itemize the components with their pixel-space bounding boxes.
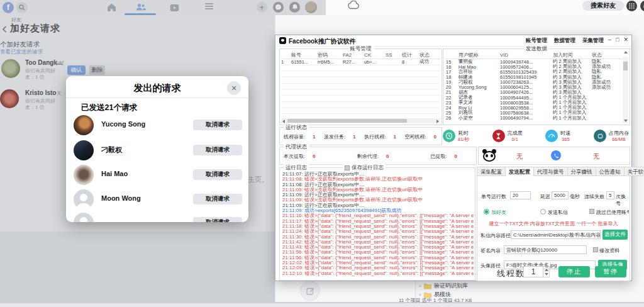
create-icon[interactable]: + [257, 2, 267, 13]
delete-button[interactable]: 删除 [89, 65, 105, 75]
cancel-request-button[interactable]: 取消请求 [193, 217, 242, 222]
fail-label: 连续失败 [584, 193, 604, 200]
status-label: 派发任务: [324, 133, 345, 140]
signature-label: 签名内容 [480, 247, 501, 254]
request-avatar[interactable] [74, 165, 94, 185]
account-table[interactable]: 161551...rr6M5...R27...ub=...8成功 [281, 59, 440, 114]
chevron-right-icon[interactable]: > [419, 293, 421, 297]
watch-icon[interactable] [170, 3, 179, 14]
fail-input[interactable]: 5 [606, 191, 614, 199]
skip-used-checkbox[interactable] [589, 209, 594, 214]
pause-button[interactable]: 暂停 [595, 266, 626, 277]
empty-row [281, 108, 440, 114]
search-icon[interactable] [16, 2, 28, 13]
scrollbar-thumb[interactable] [287, 119, 407, 123]
tab-关于软件[interactable]: 关于软件 [625, 167, 644, 176]
close-button[interactable]: ✕ [623, 36, 628, 43]
signature-input[interactable]: 营销软件企鹅Q120000 [504, 245, 587, 254]
scroll-left-icon[interactable] [282, 120, 285, 123]
maximize-button[interactable]: □ [616, 36, 619, 43]
scroll-up-icon[interactable] [624, 51, 628, 53]
modify-profile-checkbox[interactable] [593, 247, 598, 252]
folder-name[interactable]: 验证码识别库 [434, 282, 468, 290]
log-line: 21:11:08: 错误>没获取到exports参数,请稍等,正在切换url获取… [282, 177, 474, 182]
step-up-icon[interactable] [545, 269, 548, 271]
cancel-request-button[interactable]: 取消请求 [193, 120, 242, 130]
txt-hint: 建立一个TXT文件 内容放TXT文件里面 一行一个 批量导入 [477, 220, 630, 227]
run-count-input[interactable]: 20 [510, 191, 531, 199]
table-row[interactable]: 26小梁空10006490794...约 1 个月前加入 [446, 116, 622, 121]
scrollbar-thumb[interactable] [623, 62, 628, 70]
stop-button[interactable]: 停止 [558, 266, 590, 277]
skip-used-label: 跳过已使用账号 [596, 209, 629, 216]
sent-count: 已发送21个请求 [81, 103, 137, 113]
close-icon[interactable]: ✕ [227, 81, 241, 95]
search-friends-button[interactable]: 搜索好友 [582, 1, 624, 11]
request-avatar[interactable] [74, 213, 94, 222]
menu-data-management[interactable]: 数据管理 [554, 37, 575, 45]
thread-count-stepper[interactable] [543, 266, 550, 277]
phone-icon [551, 150, 561, 160]
save-log-checkbox[interactable] [345, 165, 350, 170]
request-avatar[interactable] [74, 140, 94, 160]
menu-icon[interactable] [205, 6, 213, 7]
send-group-title: 发送数据 [524, 45, 549, 53]
memory-icon [594, 130, 606, 142]
profile-avatar[interactable] [305, 1, 317, 13]
send-data-group: 发送数据 用户昵称VID加入时间状态 15董明俊10009439748...约 … [443, 48, 630, 125]
minimize-button[interactable]: – [608, 36, 611, 43]
metric-hourglass: 完成度0/1 [492, 130, 523, 142]
taskbar[interactable] [0, 303, 644, 307]
send-table[interactable]: 15董明俊10009439748...约 2 周前加入隐私16Hai Mao10… [446, 59, 622, 121]
thread-count-input[interactable]: 1 [523, 266, 543, 277]
column-header: 账号 [291, 52, 318, 59]
notifications-icon[interactable] [289, 2, 300, 13]
app-title: Facebook推广协议软件 [289, 37, 356, 46]
horizontal-scrollbar[interactable] [281, 118, 440, 123]
column-header: 统计 [402, 52, 419, 59]
log-lines[interactable]: 21:11:07: 运行>正在获取exports中....21:11:08: 错… [282, 172, 474, 276]
delay-input[interactable]: 5000 [552, 191, 569, 199]
tab-代理与拨号[interactable]: 代理与拨号 [534, 167, 568, 176]
request-avatar[interactable] [0, 89, 19, 108]
request-name[interactable]: Kristo Isto [25, 89, 56, 96]
cloud-icon[interactable] [347, 1, 360, 12]
metric-value: 0/1 [508, 137, 523, 142]
request-avatar[interactable] [74, 189, 94, 209]
messenger-icon[interactable] [273, 2, 284, 13]
send-message-radio[interactable] [540, 209, 546, 215]
menu-account-management[interactable]: 账号管理 [526, 37, 547, 45]
request-name[interactable]: 刁毅权 [101, 145, 122, 155]
explorer-folder-row[interactable]: > 验证码识别库 [419, 282, 468, 290]
tab-发送配置[interactable]: 发送配置 [506, 167, 534, 176]
message-path-input[interactable]: C:\Users\admin\Desktop\脸书\私信内容.txt [511, 230, 601, 239]
vertical-scrollbar[interactable] [623, 57, 628, 123]
chevron-right-icon[interactable]: > [419, 284, 421, 288]
tab-分享赚钱[interactable]: 分享赚钱 [568, 167, 596, 176]
table-row[interactable]: 161551...rr6M5...R27...ub=...8成功 [281, 59, 440, 65]
compose-icon[interactable] [300, 281, 320, 301]
request-name[interactable]: Hai Mao [101, 170, 128, 177]
confirm-button[interactable]: 确认 [67, 65, 86, 75]
tab-公告通知[interactable]: 公告通知 [596, 167, 625, 176]
view-sent-requests-link[interactable]: 查看已发送的请求 [0, 48, 43, 56]
choose-file-button[interactable]: 选择文件 [602, 230, 628, 240]
request-avatar[interactable] [1, 59, 20, 78]
back-arrow-icon[interactable] [1, 24, 8, 35]
apps-grid-icon[interactable] [626, 1, 637, 11]
request-name[interactable]: Yucong Song [101, 120, 145, 128]
request-avatar[interactable] [74, 115, 94, 135]
cancel-request-button[interactable]: 取消请求 [193, 194, 242, 204]
add-friend-radio[interactable] [484, 209, 489, 215]
scroll-right-icon[interactable] [436, 120, 439, 123]
request-name[interactable]: Moon Wong [101, 194, 141, 202]
request-meta: 友：1 位 [25, 104, 45, 111]
scroll-down-icon[interactable] [624, 120, 628, 122]
facebook-logo-icon[interactable]: f [3, 2, 14, 13]
step-down-icon[interactable] [545, 273, 548, 276]
home-icon[interactable] [107, 3, 116, 14]
cancel-request-button[interactable]: 取消请求 [193, 145, 242, 155]
tab-采集配置[interactable]: 采集配置 [477, 167, 506, 176]
menu-collect-management[interactable]: 采集管理 [582, 37, 604, 45]
cancel-request-button[interactable]: 取消请求 [193, 169, 242, 180]
